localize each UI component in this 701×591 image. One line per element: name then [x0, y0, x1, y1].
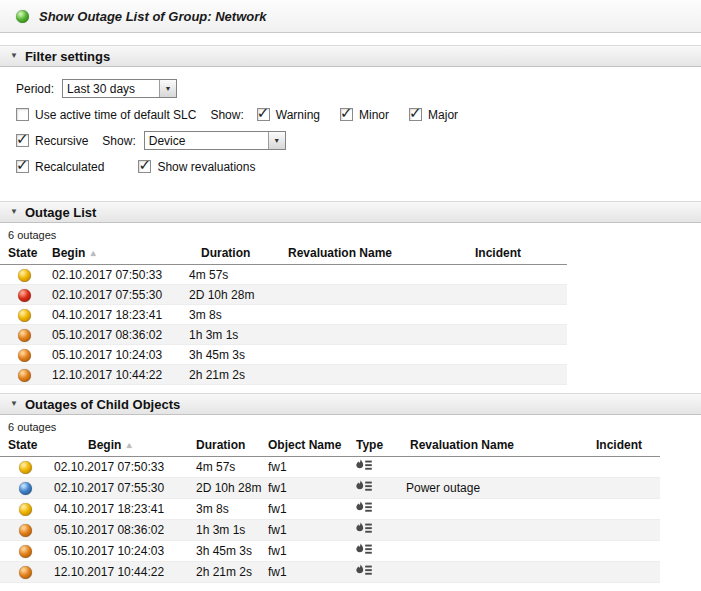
state-led [19, 482, 32, 495]
object-type-select-value: Device [145, 132, 268, 149]
state-led [18, 329, 31, 342]
table-row: 02.10.2017 07:55:30 2D 10h 28m fw1 Power… [0, 478, 660, 499]
begin-cell: 05.10.2017 08:36:02 [50, 520, 192, 541]
section-title: Outage List [25, 205, 97, 220]
column-header-revaluation[interactable]: Revaluation Name [402, 435, 590, 457]
slc-checkbox[interactable] [16, 108, 29, 121]
table-row: 02.10.2017 07:50:33 4m 57s fw1 [0, 457, 660, 478]
section-child-outages[interactable]: ▼ Outages of Child Objects [0, 393, 701, 415]
collapse-icon: ▼ [10, 400, 18, 408]
duration-cell: 2D 10h 28m [192, 478, 264, 499]
table-row: 05.10.2017 10:24:03 3h 45m 3s [0, 345, 567, 365]
duration-cell: 4m 57s [192, 457, 264, 478]
table-row: 12.10.2017 10:44:22 2h 21m 2s [0, 365, 567, 385]
begin-cell: 12.10.2017 10:44:22 [50, 562, 192, 583]
begin-cell: 12.10.2017 10:44:22 [48, 365, 185, 385]
revaluation-cell [402, 562, 590, 583]
child-outage-count: 6 outages [8, 421, 701, 433]
section-outage-list[interactable]: ▼ Outage List [0, 201, 701, 223]
object-name-cell: fw1 [264, 478, 352, 499]
collapse-icon: ▼ [10, 52, 18, 60]
recalculated-checkbox-label: Recalculated [35, 160, 104, 174]
begin-cell: 05.10.2017 10:24:03 [48, 345, 185, 365]
state-led [19, 566, 32, 579]
section-title: Filter settings [25, 49, 110, 64]
section-title: Outages of Child Objects [25, 397, 180, 412]
column-header-begin[interactable]: Begin▲ [50, 435, 192, 457]
column-header-object-name[interactable]: Object Name [264, 435, 352, 457]
table-row: 04.10.2017 18:23:41 3m 8s [0, 305, 567, 325]
state-led [19, 461, 32, 474]
begin-cell: 05.10.2017 10:24:03 [50, 541, 192, 562]
collapse-icon: ▼ [10, 208, 18, 216]
state-led [19, 503, 32, 516]
column-header-duration[interactable]: Duration [192, 435, 264, 457]
table-row: 05.10.2017 08:36:02 1h 3m 1s [0, 325, 567, 345]
begin-cell: 02.10.2017 07:50:33 [48, 265, 185, 285]
page-title: Show Outage List of Group: Network [39, 9, 267, 24]
major-checkbox[interactable] [409, 108, 422, 121]
incident-cell [465, 345, 567, 365]
column-header-state[interactable]: State [0, 243, 48, 265]
incident-cell [465, 305, 567, 325]
object-name-cell: fw1 [264, 562, 352, 583]
revaluation-cell [402, 520, 590, 541]
duration-cell: 4m 57s [185, 265, 282, 285]
begin-cell: 02.10.2017 07:55:30 [50, 478, 192, 499]
firewall-icon [356, 480, 373, 496]
column-header-begin[interactable]: Begin▲ [48, 243, 185, 265]
revaluation-cell: Power outage [402, 478, 590, 499]
severity-row: Use active time of default SLC Show: War… [16, 105, 701, 124]
incident-cell [465, 325, 567, 345]
period-select[interactable]: Last 30 days ▼ [62, 79, 177, 98]
state-led [18, 349, 31, 362]
major-checkbox-label: Major [428, 108, 458, 122]
begin-cell: 02.10.2017 07:55:30 [48, 285, 185, 305]
revaluation-cell [282, 325, 465, 345]
incident-cell [590, 520, 660, 541]
incident-cell [465, 285, 567, 305]
table-row: 12.10.2017 10:44:22 2h 21m 2s fw1 [0, 562, 660, 583]
minor-checkbox[interactable] [340, 108, 353, 121]
sort-asc-icon: ▲ [125, 441, 133, 450]
object-name-cell: fw1 [264, 541, 352, 562]
revaluation-cell [402, 541, 590, 562]
recursive-checkbox[interactable] [16, 134, 29, 147]
revaluation-cell [282, 265, 465, 285]
begin-cell: 04.10.2017 18:23:41 [50, 499, 192, 520]
period-row: Period: Last 30 days ▼ [16, 79, 701, 98]
group-status-led [16, 10, 29, 23]
duration-cell: 3h 45m 3s [192, 541, 264, 562]
dropdown-arrow-icon: ▼ [268, 132, 285, 149]
show-revaluations-checkbox-label: Show revaluations [157, 160, 255, 174]
table-header-row: State Begin▲ Duration Object Name Type R… [0, 435, 660, 457]
outage-page: Show Outage List of Group: Network ▼ Fil… [0, 0, 701, 591]
begin-cell: 02.10.2017 07:50:33 [50, 457, 192, 478]
object-type-select[interactable]: Device ▼ [144, 131, 286, 150]
state-led [18, 309, 31, 322]
column-header-revaluation[interactable]: Revaluation Name [282, 243, 465, 265]
revaluation-cell [402, 457, 590, 478]
recalculated-checkbox[interactable] [16, 160, 29, 173]
warning-checkbox-label: Warning [276, 108, 320, 122]
column-header-incident[interactable]: Incident [590, 435, 660, 457]
incident-cell [465, 365, 567, 385]
column-header-duration[interactable]: Duration [185, 243, 282, 265]
duration-cell: 2h 21m 2s [192, 562, 264, 583]
column-header-incident[interactable]: Incident [465, 243, 567, 265]
state-led [19, 524, 32, 537]
duration-cell: 2h 21m 2s [185, 365, 282, 385]
recursive-row: Recursive Show: Device ▼ [16, 131, 701, 150]
show-revaluations-checkbox[interactable] [138, 160, 151, 173]
dropdown-arrow-icon: ▼ [159, 80, 176, 97]
object-name-cell: fw1 [264, 520, 352, 541]
object-name-cell: fw1 [264, 457, 352, 478]
warning-checkbox[interactable] [257, 108, 270, 121]
column-header-state[interactable]: State [0, 435, 50, 457]
column-header-type[interactable]: Type [352, 435, 402, 457]
duration-cell: 2D 10h 28m [185, 285, 282, 305]
minor-checkbox-label: Minor [359, 108, 389, 122]
section-filter-settings[interactable]: ▼ Filter settings [0, 45, 701, 67]
duration-cell: 1h 3m 1s [192, 520, 264, 541]
table-row: 04.10.2017 18:23:41 3m 8s fw1 [0, 499, 660, 520]
